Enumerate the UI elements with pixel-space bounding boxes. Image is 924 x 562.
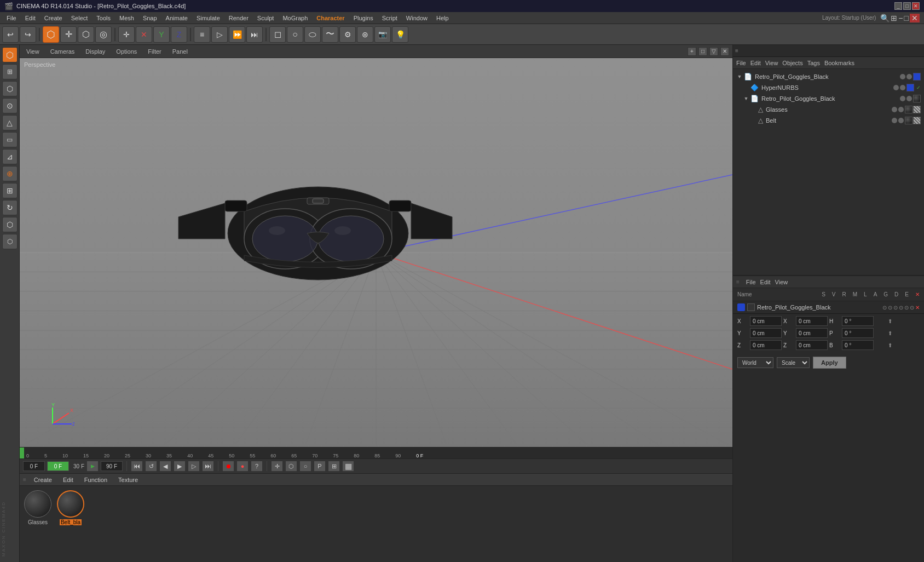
search-icon[interactable]: 🔍 xyxy=(880,14,890,22)
close2-icon[interactable]: ✕ xyxy=(910,14,920,22)
material-glasses-sphere[interactable] xyxy=(24,490,51,518)
vis-dot-hypernurbs[interactable] xyxy=(893,85,899,90)
cylinder-button[interactable]: ⬭ xyxy=(304,26,321,43)
vp-btn-square[interactable]: □ xyxy=(698,47,707,56)
menu-window[interactable]: Window xyxy=(402,14,432,22)
play-button[interactable]: ▶ xyxy=(174,461,186,472)
anim-circle-button[interactable]: ○ xyxy=(299,461,311,472)
mat-tag-glasses-2[interactable] xyxy=(913,106,921,113)
render-all-button[interactable]: ⏩ xyxy=(229,26,245,43)
ctrl-3[interactable]: ⊙ xyxy=(893,305,898,311)
loop-button[interactable]: ↺ xyxy=(145,461,157,472)
spline-button[interactable]: 〜 xyxy=(322,26,338,43)
attr-menu-file[interactable]: File xyxy=(746,279,756,285)
menu-snap[interactable]: Snap xyxy=(138,14,161,22)
edge-mode-button[interactable]: ⬡ xyxy=(2,81,18,96)
menu-help[interactable]: Help xyxy=(432,14,453,22)
size-y-field[interactable] xyxy=(796,328,828,338)
ctrl-6[interactable]: ⊙ xyxy=(910,305,914,311)
tab-display[interactable]: Display xyxy=(82,47,108,56)
mat-menu-function[interactable]: Function xyxy=(81,477,111,483)
obj-menu-view[interactable]: View xyxy=(765,60,778,66)
mat-menu-texture[interactable]: Texture xyxy=(115,477,141,483)
mat-menu-create[interactable]: Create xyxy=(31,477,55,483)
vis-dot-glasses[interactable] xyxy=(892,107,897,112)
object-hierarchy[interactable]: ▼ 📄 Retro_Pilot_Goggles_Black 🔷 HyperNUR… xyxy=(733,69,924,275)
render-dot-hypernurbs[interactable] xyxy=(900,85,905,90)
frame-current-field[interactable] xyxy=(47,461,69,471)
tab-filter[interactable]: Filter xyxy=(145,47,164,56)
maximize-button[interactable]: □ xyxy=(903,2,911,10)
menu-select[interactable]: Select xyxy=(67,14,93,22)
maximize2-icon[interactable]: □ xyxy=(904,14,909,22)
material-belt-sphere[interactable] xyxy=(57,490,84,518)
close-button[interactable]: ✕ xyxy=(912,2,920,10)
vp-btn-close[interactable]: ✕ xyxy=(720,47,729,56)
transform-mode-dropdown[interactable]: Scale Move Rotate xyxy=(777,357,810,368)
minus-icon[interactable]: − xyxy=(898,14,903,22)
light-button[interactable]: 💡 xyxy=(392,26,408,43)
menu-character[interactable]: Character xyxy=(312,14,349,22)
mat-menu-edit[interactable]: Edit xyxy=(60,477,77,483)
move-button[interactable]: ⊕ xyxy=(2,166,18,181)
go-start-button[interactable]: ⏮ xyxy=(131,461,143,472)
extrude-button[interactable]: ⬡ xyxy=(2,217,18,232)
menu-sculpt[interactable]: Sculpt xyxy=(253,14,279,22)
redo-button[interactable]: ↪ xyxy=(20,26,36,43)
frame-start-field[interactable] xyxy=(23,461,45,471)
record-button[interactable]: ⏺ xyxy=(222,461,234,472)
obj-menu-file[interactable]: File xyxy=(736,60,746,66)
scale-tool-button[interactable]: ⬡ xyxy=(78,26,94,43)
vp-btn-plus[interactable]: + xyxy=(688,47,696,56)
attr-menu-edit[interactable]: Edit xyxy=(760,279,771,285)
tab-options[interactable]: Options xyxy=(113,47,140,56)
obj-menu-tags[interactable]: Tags xyxy=(807,60,820,66)
obj-menu-edit[interactable]: Edit xyxy=(750,60,761,66)
menu-simulate[interactable]: Simulate xyxy=(192,14,224,22)
deformer-button[interactable]: ⊛ xyxy=(357,26,373,43)
anim-grid-button[interactable]: ⊞ xyxy=(328,461,340,472)
obj-row-glasses[interactable]: △ Glasses xyxy=(733,104,924,115)
add-object-button[interactable]: ✛ xyxy=(118,26,135,43)
live-select-button[interactable]: △ xyxy=(2,115,18,130)
move-keyframe-button[interactable]: ✛ xyxy=(271,461,283,472)
render-settings-button[interactable]: ≡ xyxy=(194,26,210,43)
render-dot-root[interactable] xyxy=(906,74,912,79)
polygon-mode-button[interactable]: ⊞ xyxy=(2,64,18,79)
menu-create[interactable]: Create xyxy=(40,14,67,22)
ctrl-1[interactable]: ⊙ xyxy=(882,305,887,311)
menu-animate[interactable]: Animate xyxy=(161,14,192,22)
expand-icon-root[interactable]: ▼ xyxy=(736,73,743,80)
menu-mesh[interactable]: Mesh xyxy=(115,14,138,22)
layout-icon[interactable]: ⊞ xyxy=(891,14,897,22)
rotate-tool-button[interactable]: ◎ xyxy=(95,26,112,43)
y-button[interactable]: Y xyxy=(153,26,170,43)
ctrl-4[interactable]: ⊙ xyxy=(899,305,903,311)
menu-mograph[interactable]: MoGraph xyxy=(278,14,312,22)
render-dot-belt[interactable] xyxy=(898,118,904,123)
menu-plugins[interactable]: Plugins xyxy=(349,14,378,22)
model-mode-button[interactable]: ⬡ xyxy=(43,26,59,43)
h-field[interactable] xyxy=(842,316,874,326)
select-button[interactable]: ✕ xyxy=(136,26,152,43)
obj-row-belt[interactable]: △ Belt xyxy=(733,115,924,126)
vis-dot-belt[interactable] xyxy=(892,118,897,123)
frame-end-field[interactable] xyxy=(101,461,123,471)
apply-button[interactable]: Apply xyxy=(813,357,846,369)
tab-panel[interactable]: Panel xyxy=(169,47,191,56)
play-back-button[interactable]: ◀ xyxy=(159,461,171,472)
vp-btn-down[interactable]: ▽ xyxy=(709,47,718,56)
question-button[interactable]: ? xyxy=(251,461,263,472)
tweak-button[interactable]: ⊿ xyxy=(2,149,18,164)
menu-render[interactable]: Render xyxy=(224,14,253,22)
menu-file[interactable]: File xyxy=(2,14,21,22)
rect-select-button[interactable]: ▭ xyxy=(2,132,18,147)
undo-button[interactable]: ↩ xyxy=(2,26,19,43)
minimize-button[interactable]: _ xyxy=(894,2,902,10)
tab-view[interactable]: View xyxy=(23,47,43,56)
visibility-dot-root[interactable] xyxy=(900,74,905,79)
render-dot-goggles-inner[interactable] xyxy=(906,96,912,101)
step-fwd-button[interactable]: ▷ xyxy=(188,461,200,472)
z-button[interactable]: Z xyxy=(171,26,187,43)
ctrl-2[interactable]: ⊙ xyxy=(888,305,892,311)
